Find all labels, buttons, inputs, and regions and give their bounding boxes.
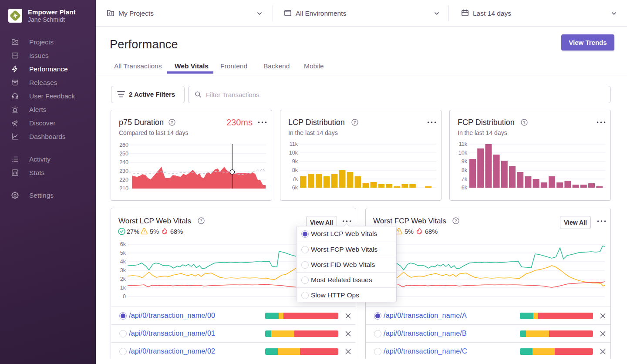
svg-text:10k: 10k	[458, 150, 468, 156]
svg-text:4k: 4k	[120, 259, 126, 265]
svg-text:8k: 8k	[292, 167, 298, 173]
svg-text:250: 250	[119, 151, 128, 157]
svg-text:?: ?	[523, 120, 526, 125]
svg-text:260: 260	[119, 142, 128, 148]
svg-text:?: ?	[354, 120, 356, 125]
svg-text:6k: 6k	[462, 185, 468, 191]
svg-text:10k: 10k	[289, 150, 298, 156]
svg-text:7k: 7k	[462, 176, 468, 182]
svg-text:240: 240	[119, 159, 128, 165]
svg-text:0: 0	[123, 293, 126, 300]
svg-text:3k: 3k	[120, 267, 126, 273]
svg-text:2k: 2k	[120, 276, 126, 282]
svg-text:220: 220	[119, 177, 128, 183]
svg-text:?: ?	[171, 120, 173, 125]
svg-text:11k: 11k	[290, 141, 298, 147]
svg-text:7k: 7k	[292, 176, 298, 182]
svg-text:1k: 1k	[120, 285, 126, 291]
svg-text:6k: 6k	[120, 241, 126, 247]
svg-text:8k: 8k	[462, 167, 468, 173]
svg-text:9k: 9k	[462, 158, 468, 165]
svg-text:?: ?	[455, 218, 457, 223]
svg-text:9k: 9k	[292, 158, 298, 165]
svg-text:11k: 11k	[459, 141, 468, 147]
svg-text:230: 230	[119, 168, 128, 174]
svg-text:6k: 6k	[292, 185, 298, 191]
svg-text:210: 210	[119, 185, 128, 192]
svg-text:5k: 5k	[120, 250, 126, 256]
svg-text:?: ?	[200, 218, 202, 223]
